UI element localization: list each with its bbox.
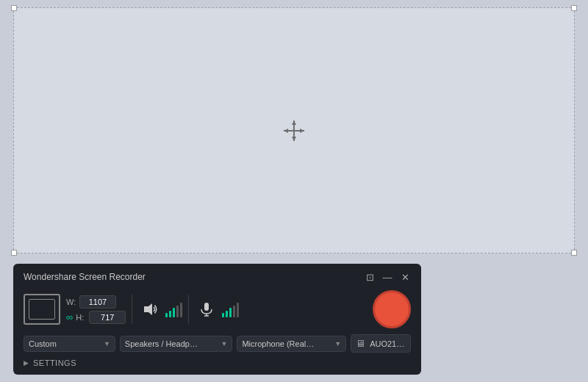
speakers-dropdown-arrow: ▼ xyxy=(220,340,227,347)
minimize-button[interactable]: — xyxy=(381,271,393,283)
settings-row[interactable]: ▶ SETTINGS xyxy=(24,358,411,367)
corner-handle-tl[interactable] xyxy=(11,5,17,11)
vol-bar-2 xyxy=(169,311,171,317)
panel-titlebar: Wondershare Screen Recorder ⊡ — ✕ xyxy=(24,271,411,283)
dropdowns-row: Custom ▼ Speakers / Headpho... ▼ Microph… xyxy=(24,334,411,353)
fullscreen-button[interactable]: ⊡ xyxy=(364,271,376,283)
dimensions-group: W: ∞ H: xyxy=(66,295,126,324)
speaker-control xyxy=(138,298,182,321)
mic-button[interactable] xyxy=(195,298,218,321)
mic-bar-5 xyxy=(237,303,239,317)
microphone-dropdown-arrow: ▼ xyxy=(334,340,341,347)
screen-preview xyxy=(24,294,60,325)
speakers-dropdown-label: Speakers / Headpho... xyxy=(125,339,198,348)
svg-marker-6 xyxy=(144,303,152,315)
svg-rect-7 xyxy=(204,303,209,311)
microphone-dropdown-label: Microphone (Realtek... xyxy=(242,339,315,348)
screen-preview-inner xyxy=(29,299,55,320)
resolution-dropdown[interactable]: Custom ▼ xyxy=(24,336,115,352)
resolution-dropdown-label: Custom xyxy=(29,339,57,348)
titlebar-actions: ⊡ — ✕ xyxy=(364,271,411,283)
recorder-panel: Wondershare Screen Recorder ⊡ — ✕ W: ∞ H… xyxy=(13,264,421,375)
corner-handle-br[interactable] xyxy=(571,250,577,256)
divider-2 xyxy=(188,295,189,324)
panel-title: Wondershare Screen Recorder xyxy=(24,272,146,282)
corner-handle-bl[interactable] xyxy=(11,250,17,256)
vol-bar-1 xyxy=(165,313,168,317)
width-input[interactable] xyxy=(79,295,116,309)
vol-bar-4 xyxy=(176,306,179,317)
mic-bar-4 xyxy=(233,306,235,317)
height-input[interactable] xyxy=(89,311,126,324)
speakers-dropdown[interactable]: Speakers / Headpho... ▼ xyxy=(120,336,233,352)
corner-handle-tr[interactable] xyxy=(571,5,577,11)
display-dropdown[interactable]: 🖥 AUO21ED xyxy=(351,334,411,353)
height-label: H: xyxy=(76,313,86,322)
record-button[interactable] xyxy=(373,290,411,328)
speaker-button[interactable] xyxy=(138,298,162,321)
width-label: W: xyxy=(66,298,76,306)
microphone-dropdown[interactable]: Microphone (Realtek... ▼ xyxy=(237,336,346,352)
svg-rect-5 xyxy=(284,130,304,131)
resolution-dropdown-arrow: ▼ xyxy=(104,340,110,347)
mic-bar-3 xyxy=(229,308,232,317)
controls-row: W: ∞ H: xyxy=(24,290,411,328)
vol-bar-3 xyxy=(173,308,175,317)
move-cursor-icon xyxy=(282,119,306,143)
link-icon[interactable]: ∞ xyxy=(66,311,73,322)
height-row: ∞ H: xyxy=(66,311,126,324)
settings-label: SETTINGS xyxy=(33,358,76,367)
settings-arrow-icon: ▶ xyxy=(24,359,29,367)
record-button-inner xyxy=(381,299,402,320)
mic-control xyxy=(195,298,239,321)
divider-1 xyxy=(132,295,132,324)
mic-volume-bars[interactable] xyxy=(222,301,239,317)
width-row: W: xyxy=(66,295,126,309)
speaker-volume-bars[interactable] xyxy=(165,301,182,317)
display-dropdown-label: AUO21ED xyxy=(370,339,406,348)
vol-bar-5 xyxy=(180,303,182,317)
display-icon: 🖥 xyxy=(356,338,365,349)
mic-bar-2 xyxy=(226,311,228,317)
close-button[interactable]: ✕ xyxy=(399,271,411,283)
mic-bar-1 xyxy=(222,313,224,317)
selection-area[interactable] xyxy=(13,7,575,253)
